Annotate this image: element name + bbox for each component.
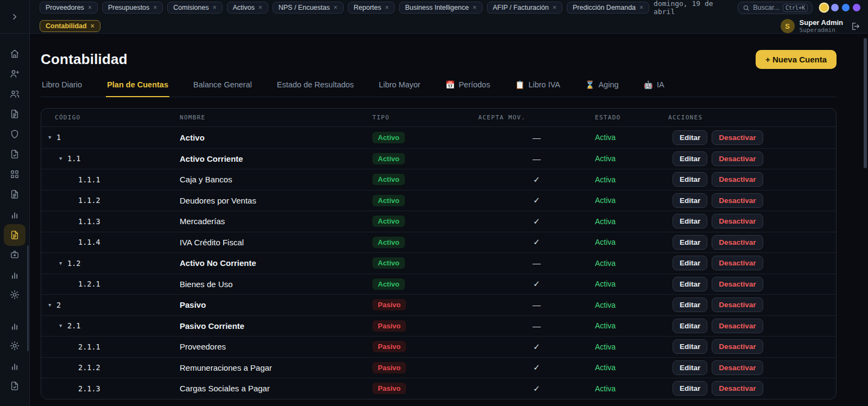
- tab-balance-general[interactable]: Balance General: [192, 80, 253, 97]
- sidebar-item-file-check[interactable]: [4, 144, 26, 164]
- module-tab-afip-facturaci-n[interactable]: AFIP / Facturación×: [487, 2, 562, 14]
- theme-dot[interactable]: [820, 4, 828, 11]
- sidebar-item-users[interactable]: [4, 84, 26, 104]
- edit-button[interactable]: Editar: [673, 277, 707, 291]
- tab-estado-de-resultados[interactable]: Estado de Resultados: [276, 80, 355, 97]
- close-icon[interactable]: ×: [553, 4, 556, 11]
- sidebar-item-user-plus[interactable]: [4, 64, 26, 84]
- edit-button[interactable]: Editar: [673, 256, 707, 270]
- new-account-button[interactable]: + Nueva Cuenta: [756, 50, 837, 69]
- account-code: 1.2: [67, 259, 80, 268]
- sidebar-item-file-check[interactable]: [4, 376, 26, 396]
- close-icon[interactable]: ×: [258, 4, 262, 11]
- sidebar-item-file-text[interactable]: [4, 184, 26, 204]
- sidebar-item-bar-chart[interactable]: [4, 315, 26, 335]
- deactivate-button[interactable]: Desactivar: [712, 360, 763, 375]
- deactivate-button[interactable]: Desactivar: [712, 319, 763, 333]
- close-icon[interactable]: ×: [88, 4, 92, 11]
- avatar[interactable]: S: [781, 19, 795, 33]
- current-date: domingo, 19 de abril: [654, 0, 731, 16]
- edit-button[interactable]: Editar: [673, 297, 707, 312]
- sidebar-item-file-text[interactable]: [4, 104, 26, 124]
- collapse-caret-icon[interactable]: ▼: [48, 135, 56, 140]
- open-module-tabs: Proveedores×Presupuestos×Comisiones×Acti…: [40, 2, 649, 14]
- theme-dot[interactable]: [842, 4, 850, 11]
- deactivate-button[interactable]: Desactivar: [712, 339, 763, 354]
- search-input[interactable]: Buscar... Ctrl+K: [738, 2, 813, 14]
- close-icon[interactable]: ×: [473, 4, 477, 11]
- account-name: Pasivo: [180, 300, 372, 309]
- edit-button[interactable]: Editar: [673, 339, 707, 354]
- module-tab-proveedores[interactable]: Proveedores×: [40, 2, 98, 14]
- theme-dot[interactable]: [853, 4, 860, 11]
- deactivate-button[interactable]: Desactivar: [712, 256, 763, 270]
- account-code: 2.1.1: [78, 342, 100, 351]
- collapse-caret-icon[interactable]: ▼: [48, 302, 56, 308]
- collapse-caret-icon[interactable]: ▼: [59, 261, 67, 266]
- sidebar-item-gear[interactable]: [4, 335, 26, 356]
- sidebar-item-bar-chart[interactable]: [4, 264, 26, 284]
- module-tab-activos[interactable]: Activos×: [227, 2, 268, 14]
- module-tab-contabilidad[interactable]: Contabilidad×: [40, 20, 100, 32]
- sidebar-expand-button[interactable]: [0, 0, 30, 34]
- deactivate-button[interactable]: Desactivar: [712, 151, 763, 166]
- actions-cell: EditarDesactivar: [668, 319, 836, 333]
- deactivate-button[interactable]: Desactivar: [712, 130, 763, 145]
- module-tab-predicci-n-demanda[interactable]: Predicción Demanda×: [567, 2, 649, 14]
- deactivate-button[interactable]: Desactivar: [712, 235, 763, 250]
- edit-button[interactable]: Editar: [673, 214, 707, 229]
- table-row: 1.1.1Caja y BancosActivo✓ActivaEditarDes…: [41, 169, 836, 190]
- sidebar-item-bar-chart[interactable]: [4, 204, 26, 224]
- deactivate-button[interactable]: Desactivar: [712, 277, 763, 291]
- close-icon[interactable]: ×: [91, 22, 94, 30]
- sidebar-scrollbar[interactable]: [27, 245, 29, 351]
- close-icon[interactable]: ×: [385, 4, 389, 11]
- page-scrollbar[interactable]: [864, 38, 867, 168]
- edit-button[interactable]: Editar: [673, 130, 707, 145]
- edit-button[interactable]: Editar: [673, 172, 707, 187]
- module-tab-comisiones[interactable]: Comisiones×: [167, 2, 222, 14]
- module-tab-reportes[interactable]: Reportes×: [348, 2, 395, 14]
- close-icon[interactable]: ×: [213, 4, 217, 11]
- tab-plan-de-cuentas[interactable]: Plan de Cuentas: [106, 80, 169, 97]
- tab-aging[interactable]: ⌛Aging: [584, 80, 620, 97]
- edit-button[interactable]: Editar: [673, 235, 707, 250]
- deactivate-button[interactable]: Desactivar: [712, 297, 763, 312]
- type-badge: Activo: [372, 237, 405, 248]
- sidebar-item-file-text[interactable]: [4, 224, 26, 246]
- edit-button[interactable]: Editar: [673, 360, 707, 375]
- search-placeholder: Buscar...: [753, 4, 780, 11]
- module-tab-business-intelligence[interactable]: Business Intelligence×: [399, 2, 482, 14]
- edit-button[interactable]: Editar: [673, 193, 707, 208]
- tab-ia[interactable]: 🤖IA: [643, 80, 666, 97]
- deactivate-button[interactable]: Desactivar: [712, 381, 763, 396]
- edit-button[interactable]: Editar: [673, 151, 707, 166]
- sidebar-item-gear[interactable]: [4, 284, 26, 304]
- deactivate-button[interactable]: Desactivar: [712, 172, 763, 187]
- sidebar-item-grid[interactable]: [4, 164, 26, 184]
- type-badge: Activo: [372, 195, 405, 206]
- collapse-caret-icon[interactable]: ▼: [59, 156, 67, 161]
- column-header: TIPO: [372, 114, 478, 121]
- tab-per-odos[interactable]: 📅Períodos: [444, 80, 491, 97]
- close-icon[interactable]: ×: [333, 4, 337, 11]
- sidebar-item-briefcase-plus[interactable]: [4, 244, 26, 264]
- module-tab-nps-encuestas[interactable]: NPS / Encuestas×: [273, 2, 344, 14]
- theme-dot[interactable]: [831, 4, 839, 11]
- deactivate-button[interactable]: Desactivar: [712, 193, 763, 208]
- close-icon[interactable]: ×: [153, 4, 157, 11]
- module-tab-presupuestos[interactable]: Presupuestos×: [102, 2, 163, 14]
- sidebar-item-home[interactable]: [4, 43, 26, 64]
- account-code-cell: 1.2.1: [41, 280, 180, 288]
- close-icon[interactable]: ×: [639, 4, 643, 11]
- logout-button[interactable]: [850, 21, 860, 31]
- tab-libro-diario[interactable]: Libro Diario: [41, 80, 83, 97]
- sidebar-item-bar-chart[interactable]: [4, 356, 26, 376]
- deactivate-button[interactable]: Desactivar: [712, 214, 763, 229]
- tab-libro-mayor[interactable]: Libro Mayor: [378, 80, 422, 97]
- collapse-caret-icon[interactable]: ▼: [59, 323, 67, 328]
- sidebar-item-shield[interactable]: [4, 124, 26, 144]
- edit-button[interactable]: Editar: [673, 319, 707, 333]
- edit-button[interactable]: Editar: [673, 381, 707, 396]
- tab-libro-iva[interactable]: 📋Libro IVA: [514, 80, 561, 97]
